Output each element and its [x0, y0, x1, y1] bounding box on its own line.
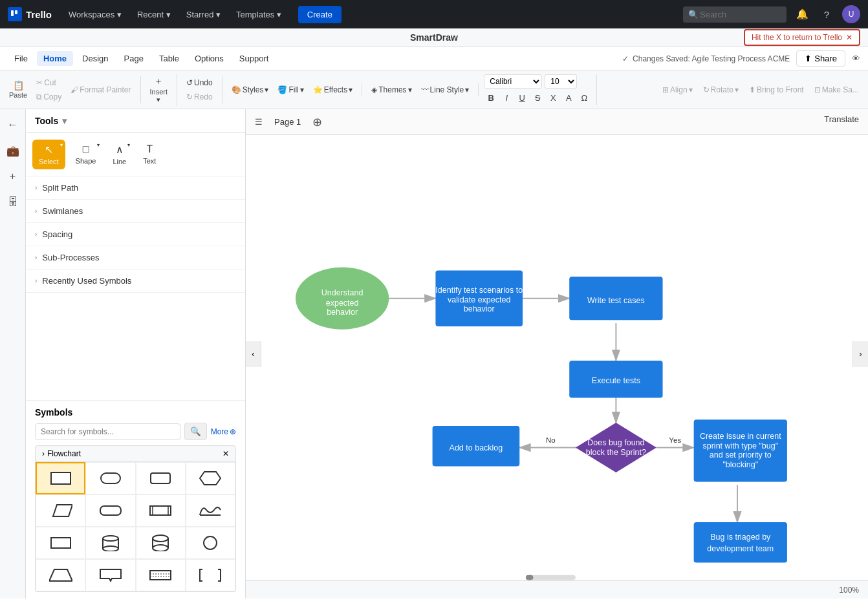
side-layers-icon[interactable]: 🗄	[3, 192, 23, 213]
nav-templates[interactable]: Templates ▾	[230, 7, 288, 22]
bring-to-front-button[interactable]: ⬆ Bring to Front	[745, 83, 808, 96]
rotate-button[interactable]: ↻ Rotate ▾	[699, 83, 743, 96]
node-understand-text2: expected	[326, 299, 359, 308]
shape-tape[interactable]	[136, 559, 186, 591]
diagram-canvas[interactable]: No Yes Understand expected behavior Iden…	[246, 135, 868, 598]
section-swimlanes[interactable]: › Swimlanes	[26, 200, 245, 223]
shape-cylinder[interactable]	[85, 527, 135, 559]
side-add-icon[interactable]: +	[3, 166, 23, 187]
cut-button[interactable]: ✂ Cut	[32, 76, 65, 89]
shape-hexagon[interactable]	[186, 462, 235, 494]
align-button[interactable]: ⊞ Align ▾	[658, 83, 697, 96]
undo-button[interactable]: ↺ Undo	[182, 76, 217, 89]
shape-drum[interactable]	[136, 527, 186, 559]
paste-button[interactable]: 📋 Paste	[5, 78, 31, 101]
redo-button[interactable]: ↻ Redo	[182, 90, 217, 103]
effects-button[interactable]: ⭐ Effects ▾	[309, 83, 356, 96]
shape-wave[interactable]	[186, 494, 235, 527]
menu-table[interactable]: Table	[153, 51, 186, 66]
menu-page[interactable]: Page	[118, 51, 150, 66]
notifications-icon[interactable]: 🔔	[793, 5, 811, 23]
symbols-search-input[interactable]	[35, 423, 180, 440]
styles-button[interactable]: 🎨 Styles ▾	[228, 83, 273, 96]
side-briefcase-icon[interactable]: 💼	[3, 140, 23, 161]
return-to-trello-button[interactable]: Hit the X to return to Trello ✕	[744, 29, 860, 46]
shape-rounded2[interactable]	[136, 462, 186, 494]
nav-starred[interactable]: Starred ▾	[180, 7, 227, 22]
line-style-button[interactable]: 〰 Line Style ▾	[417, 83, 473, 96]
insert-button[interactable]: ＋ Insert ▾	[146, 74, 172, 106]
italic-button[interactable]: I	[499, 91, 514, 105]
strikethrough-button[interactable]: S	[530, 91, 545, 105]
canvas-nav-right[interactable]: ›	[852, 341, 868, 367]
shape-banner[interactable]	[85, 559, 135, 591]
make-same-button[interactable]: ⊡ Make Sa...	[810, 83, 863, 96]
flowchart-close-icon[interactable]: ✕	[222, 449, 229, 458]
translate-button[interactable]: Translate	[824, 114, 859, 124]
shape-curved-rect[interactable]	[85, 494, 135, 527]
search-input[interactable]	[683, 6, 787, 23]
shape-film-strip[interactable]	[136, 494, 186, 527]
make-same-icon: ⊡	[814, 85, 821, 94]
menu-options[interactable]: Options	[188, 51, 230, 66]
section-recently-used[interactable]: › Recently Used Symbols	[26, 270, 245, 293]
shape-rounded-rect[interactable]	[85, 462, 135, 494]
symbols-section: Symbols 🔍 More ⊕ › Flowchart ✕	[26, 400, 245, 598]
help-icon[interactable]: ?	[818, 5, 836, 23]
copy-button[interactable]: ⧉ Copy	[32, 90, 65, 103]
symbols-more-button[interactable]: More ⊕	[211, 427, 236, 436]
avatar[interactable]: U	[842, 5, 860, 23]
insert-label: Insert	[150, 88, 168, 96]
symbols-search-button[interactable]: 🔍	[184, 423, 207, 440]
shape-plain-rect[interactable]	[36, 527, 85, 559]
recently-used-arrow: ›	[35, 277, 37, 284]
menu-design[interactable]: Design	[76, 51, 114, 66]
line-tool[interactable]: ∧ Line ▾	[106, 140, 133, 169]
symbol-button[interactable]: Ω	[577, 91, 591, 105]
section-split-path[interactable]: › Split Path	[26, 176, 245, 200]
page-add-button[interactable]: ⊕	[312, 115, 322, 129]
flowchart-label: Flowchart	[47, 449, 81, 458]
section-sub-processes[interactable]: › Sub-Processes	[26, 246, 245, 270]
themes-icon: ◈	[371, 85, 377, 94]
side-back-button[interactable]: ←	[3, 114, 23, 135]
nav-recent[interactable]: Recent ▾	[131, 7, 177, 22]
underline-button[interactable]: U	[515, 91, 529, 105]
menu-support[interactable]: Support	[233, 51, 276, 66]
shape-circle[interactable]	[186, 527, 235, 559]
toolbar-row1: 📋 Paste ✂ Cut ⧉ Copy 🖌 Format Painter ＋ …	[0, 70, 868, 109]
shape-bracket[interactable]	[186, 559, 235, 591]
menu-home[interactable]: Home	[37, 51, 73, 66]
more-format-1[interactable]: X	[546, 91, 560, 105]
font-name-select[interactable]: Calibri	[484, 74, 542, 89]
fill-button[interactable]: 🪣 Fill ▾	[274, 83, 307, 96]
select-tool[interactable]: ↖ Select ▾	[32, 140, 65, 169]
trello-logo[interactable]: Trello	[8, 7, 52, 21]
themes-button[interactable]: ◈ Themes ▾	[367, 83, 415, 96]
parallelogram-shape	[49, 503, 72, 518]
pages-list-icon[interactable]: ☰	[255, 117, 263, 127]
menu-file[interactable]: File	[8, 51, 34, 66]
font-size-select[interactable]: 10	[545, 74, 577, 89]
node-backlog-text: Add to backlog	[450, 443, 503, 452]
node-create-issue-text2: sprint with type "bug"	[703, 441, 779, 450]
shape-label: Shape	[76, 157, 96, 165]
bold-button[interactable]: B	[484, 91, 498, 105]
section-spacing[interactable]: › Spacing	[26, 223, 245, 246]
node-triaged[interactable]	[694, 522, 787, 563]
shape-parallelogram[interactable]	[36, 494, 85, 527]
text-tool[interactable]: T Text	[136, 140, 162, 169]
page-1-tab[interactable]: Page 1	[269, 114, 306, 129]
create-button[interactable]: Create	[298, 6, 342, 23]
nav-workspaces[interactable]: Workspaces ▾	[62, 7, 128, 22]
share-button[interactable]: ⬆ Share	[796, 50, 845, 67]
format-painter-button[interactable]: 🖌 Format Painter	[67, 83, 135, 96]
shape-tool[interactable]: □ Shape ▾	[69, 140, 103, 169]
highlight-button[interactable]: A	[561, 91, 576, 105]
canvas-nav-left[interactable]: ‹	[246, 341, 261, 367]
shape-rectangle[interactable]	[36, 462, 85, 494]
flowchart-header[interactable]: › Flowchart ✕	[35, 445, 236, 462]
eye-icon[interactable]: 👁	[852, 54, 860, 63]
shape-trapezoid2[interactable]	[36, 559, 85, 591]
trello-right-actions: 🔍 🔔 ? U	[683, 5, 860, 23]
